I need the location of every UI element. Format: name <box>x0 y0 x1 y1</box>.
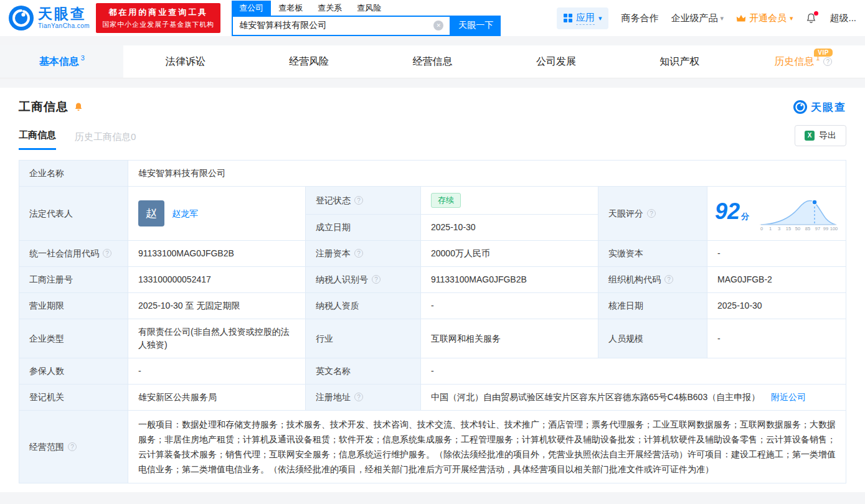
company-type-value: 有限责任公司(非自然人投资或控股的法人独资) <box>128 319 306 358</box>
table-row: 经营范围? 一般项目：数据处理和存储支持服务；技术服务、技术开发、技术咨询、技术… <box>19 411 846 483</box>
table-row: 企业名称 雄安智算科技有限公司 <box>19 161 846 187</box>
subtab-row: 工商信息 历史工商信息0 X 导出 <box>19 125 846 150</box>
tab-intellectual-property[interactable]: 知识产权 <box>618 45 741 78</box>
reg-address-cell: 中国（河北）自由贸易试验区雄安片区容东片区容德东路65号C4栋B603（自主申报… <box>421 385 846 411</box>
reg-status-label: 登记状态? <box>306 187 421 215</box>
org-code-value: MAG0JFGB-2 <box>707 267 846 293</box>
insured-count-label: 参保人数 <box>19 358 128 385</box>
tab-operation-info[interactable]: 经营信息 <box>371 45 494 78</box>
help-icon[interactable]: ? <box>647 209 656 218</box>
search-tab-boss[interactable]: 查老板 <box>271 1 310 16</box>
tab-history-info[interactable]: 历史信息 1 ? VIP <box>742 45 865 78</box>
approval-date-value: 2025-10-30 <box>707 293 846 319</box>
taxpayer-quality-value: - <box>421 293 598 319</box>
tab-basic-info[interactable]: 基本信息 3 <box>0 45 123 78</box>
notification-bell[interactable] <box>805 12 817 24</box>
reg-authority-label: 登记机关 <box>19 385 128 411</box>
score-number: 92 <box>715 198 740 224</box>
svg-text:85: 85 <box>805 226 810 231</box>
tab-operation-risk[interactable]: 经营风险 <box>247 45 371 78</box>
taxpayer-id-label: 纳税人识别号? <box>306 267 421 293</box>
search-tab-risk[interactable]: 查风险 <box>349 1 389 16</box>
search-button[interactable]: 天眼一下 <box>451 16 501 36</box>
help-icon[interactable]: ? <box>354 249 363 258</box>
subtab-history-business-info[interactable]: 历史工商信息0 <box>75 131 136 150</box>
paid-capital-label: 实缴资本 <box>598 241 707 267</box>
reg-capital-label-text: 注册资本 <box>316 248 351 258</box>
search-input[interactable] <box>239 21 433 30</box>
search-block: 查公司 查老板 查关系 查风险 ✕ 天眼一下 <box>232 1 501 36</box>
tab-operation-risk-label: 经营风险 <box>289 55 329 68</box>
staff-size-value: - <box>707 319 846 358</box>
tab-basic-info-label: 基本信息 <box>39 55 79 68</box>
table-row: 工商注册号 133100000052417 纳税人识别号? 91133100MA… <box>19 267 846 293</box>
enterprise-product-link[interactable]: 企业级产品 ▾ <box>671 12 724 24</box>
paid-capital-value: - <box>707 241 846 267</box>
reg-address-label: 注册地址? <box>306 385 421 411</box>
score-label-text: 天眼评分 <box>608 208 643 218</box>
business-cooperation-link[interactable]: 商务合作 <box>621 12 658 24</box>
table-row: 法定代表人 赵 赵龙军 登记状态? 存续 天眼评分? 92分 <box>19 187 846 215</box>
notification-dot <box>814 11 818 16</box>
reg-status-label-text: 登记状态 <box>316 195 351 205</box>
svg-text:100: 100 <box>830 226 838 231</box>
company-type-label: 企业类型 <box>19 319 128 358</box>
watermark-brand-name: 天眼查 <box>811 100 846 114</box>
reg-address-label-text: 注册地址 <box>316 392 351 402</box>
establish-date-value: 2025-10-30 <box>421 215 598 241</box>
tab-operation-info-label: 经营信息 <box>412 55 452 68</box>
eye-logo-icon <box>793 100 807 114</box>
score-distribution-chart: 0 1 3 15 50 85 97 99 100 <box>759 195 838 232</box>
table-row: 统一社会信用代码? 91133100MAG0JFGB2B 注册资本? 20000… <box>19 241 846 267</box>
tianyancha-logo[interactable]: 天眼查 TianYanCha.com <box>9 6 90 30</box>
table-row: 登记机关 雄安新区公共服务局 注册地址? 中国（河北）自由贸易试验区雄安片区容东… <box>19 385 846 411</box>
legal-rep-avatar[interactable]: 赵 <box>138 200 164 226</box>
section-title: 工商信息 <box>19 99 69 115</box>
subtab-business-info[interactable]: 工商信息 <box>19 129 56 150</box>
open-vip-label: 开通会员 <box>749 12 787 24</box>
monitor-bell-icon[interactable] <box>73 102 83 112</box>
apps-label: 应用 <box>576 12 595 25</box>
score-cell: 92分 0 1 3 15 50 85 97 99 <box>707 187 846 241</box>
tab-intellectual-property-label: 知识产权 <box>659 55 699 68</box>
tab-company-development[interactable]: 公司发展 <box>494 45 618 78</box>
org-code-label-text: 组织机构代码 <box>608 274 661 284</box>
company-name-value: 雄安智算科技有限公司 <box>128 161 846 187</box>
super-vip-link[interactable]: 超级... <box>830 12 856 24</box>
help-icon[interactable]: ? <box>823 57 832 66</box>
search-input-wrap: ✕ <box>232 16 451 36</box>
legal-rep-cell: 赵 赵龙军 <box>128 187 306 241</box>
business-scope-label-text: 经营范围 <box>29 442 64 452</box>
help-icon[interactable]: ? <box>354 393 363 401</box>
industry-label: 行业 <box>306 319 421 358</box>
open-vip-link[interactable]: 开通会员 ▾ <box>736 12 793 24</box>
business-info-table: 企业名称 雄安智算科技有限公司 法定代表人 赵 赵龙军 登记状态? 存续 天眼评… <box>19 160 846 483</box>
table-row: 参保人数 - 英文名称 - <box>19 358 846 385</box>
search-tabs: 查公司 查老板 查关系 查风险 <box>232 1 501 16</box>
chevron-down-icon: ▾ <box>720 14 724 22</box>
crown-icon <box>736 14 746 22</box>
svg-text:99: 99 <box>823 226 828 231</box>
taxpayer-quality-label: 纳税人资质 <box>306 293 421 319</box>
help-icon[interactable]: ? <box>103 249 111 258</box>
nearby-companies-link[interactable]: 附近公司 <box>771 392 806 402</box>
tab-history-info-label: 历史信息 <box>774 55 814 68</box>
search-tab-company[interactable]: 查公司 <box>232 1 271 16</box>
help-icon[interactable]: ? <box>372 275 381 284</box>
help-icon[interactable]: ? <box>664 275 673 284</box>
help-icon[interactable]: ? <box>354 196 363 205</box>
tab-legal-proceedings[interactable]: 法律诉讼 <box>123 45 247 78</box>
legal-rep-link[interactable]: 赵龙军 <box>172 207 198 220</box>
reg-capital-value: 20000万人民币 <box>421 241 598 267</box>
apps-button[interactable]: 应用 ▾ <box>557 7 609 29</box>
clear-search-icon[interactable]: ✕ <box>433 21 443 30</box>
svg-text:3: 3 <box>778 226 780 231</box>
search-tab-relation[interactable]: 查关系 <box>310 1 349 16</box>
business-info-section: 工商信息 天眼查 工商信息 历史工商信息0 X 导出 <box>0 88 865 492</box>
table-row: 营业期限 2025-10-30 至 无固定期限 纳税人资质 - 核准日期 202… <box>19 293 846 319</box>
credit-code-value: 91133100MAG0JFGB2B <box>128 241 306 267</box>
slogan-line2: 国家中小企业发展子基金旗下机构 <box>102 20 214 29</box>
credit-code-label-text: 统一社会信用代码 <box>29 248 99 258</box>
help-icon[interactable]: ? <box>68 442 77 451</box>
export-button[interactable]: X 导出 <box>795 125 846 146</box>
